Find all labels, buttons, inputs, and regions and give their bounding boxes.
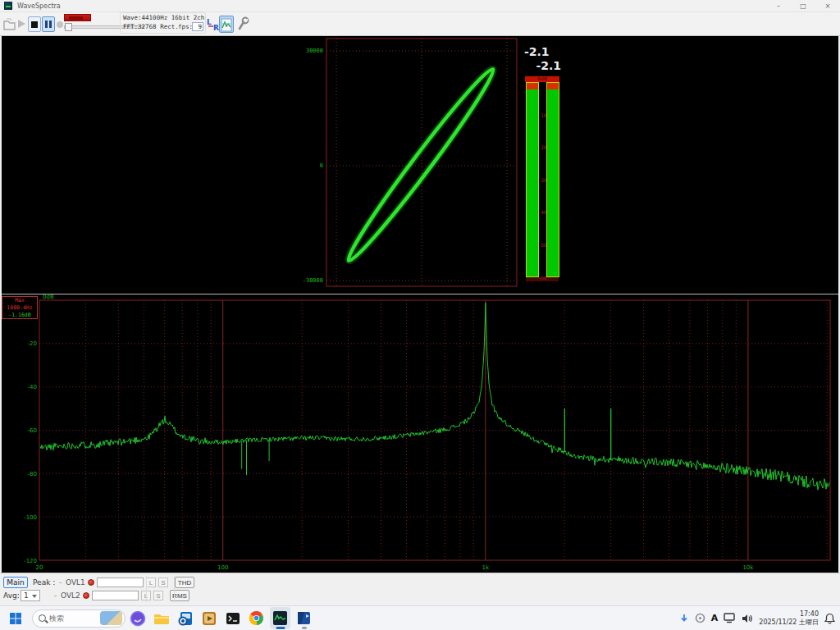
- wavespectra-app-icon: [4, 2, 12, 10]
- taskbar-clock[interactable]: 17:40 2025/11/22 土曜日: [759, 610, 819, 627]
- avg-select[interactable]: 1: [21, 590, 40, 601]
- ovl1-label: OVL1: [66, 578, 85, 587]
- network-icon[interactable]: [724, 613, 736, 623]
- notifications-bell-icon[interactable]: [824, 613, 835, 624]
- channel-lr-button[interactable]: L R: [207, 17, 220, 32]
- max-level: -1.16dB: [2, 312, 37, 319]
- stop-icon: [31, 21, 38, 28]
- meter-clip-indicator: 0dB: [525, 76, 559, 82]
- position-slider-thumb[interactable]: [65, 23, 72, 31]
- ovl2-label: OVL2: [61, 591, 80, 600]
- tray-onedrive-icon[interactable]: [695, 613, 705, 623]
- screen: WaveSpectra – □ × Wave:44100Hz 16bit 2ch…: [0, 0, 840, 630]
- stop-button[interactable]: [28, 16, 41, 32]
- ovl1-field[interactable]: [97, 578, 144, 587]
- windows-logo-icon: [9, 612, 22, 625]
- svg-text:-80: -80: [28, 471, 37, 477]
- volume-icon[interactable]: [742, 614, 753, 623]
- fps-field[interactable]: 9: [192, 22, 203, 31]
- close-button[interactable]: ×: [815, 0, 840, 12]
- clock-date: 2025/11/22 土曜日: [759, 619, 819, 627]
- max-frequency: 1000.4Hz: [2, 304, 37, 312]
- taskbar-wavespectra-icon[interactable]: [270, 607, 290, 629]
- lissajous-ytick: 30000: [292, 48, 323, 54]
- peak-label: Peak :: [33, 578, 59, 587]
- running-app-indicator: [302, 627, 307, 629]
- search-icon: [39, 614, 46, 622]
- tray-chevron-download-icon[interactable]: [679, 614, 689, 623]
- widgets-weather-thumbnail[interactable]: [100, 611, 122, 625]
- meter-tick: -40: [526, 209, 559, 215]
- max-label: Max: [2, 297, 37, 304]
- window-title: WaveSpectra: [17, 2, 61, 10]
- dash-1: -: [59, 578, 66, 587]
- taskbar-movie-app-icon[interactable]: [294, 607, 314, 629]
- display-mode-button[interactable]: [219, 16, 234, 33]
- taskbar-copilot-icon[interactable]: [127, 607, 148, 629]
- meter-tick: -10: [526, 112, 559, 118]
- thd-button[interactable]: THD: [175, 577, 194, 588]
- fft-info: FFT:32768 Rect.: [123, 23, 179, 30]
- maximize-button[interactable]: □: [791, 0, 815, 12]
- start-button[interactable]: [5, 607, 25, 629]
- meter-readout-right: -2.1: [523, 59, 561, 72]
- taskbar-media-player-icon[interactable]: [199, 607, 219, 629]
- meter-tick: -50: [526, 242, 559, 248]
- titlebar: WaveSpectra – □ ×: [0, 0, 840, 12]
- lissajous-ytick: -30000: [292, 277, 323, 284]
- pause-button[interactable]: [42, 16, 55, 32]
- control-bar: Main Peak : - OVL1 L S THD Avg: 1 - OVL2…: [0, 573, 840, 605]
- svg-text:10k: 10k: [742, 564, 754, 571]
- toolbar: Wave:44100Hz 16bit 2ch FFT:32768 Rect. f…: [0, 12, 840, 36]
- max-readout-box: Max 1000.4Hz -1.16dB: [2, 296, 38, 319]
- svg-text:R: R: [213, 24, 219, 32]
- ime-mode-indicator[interactable]: A: [711, 613, 719, 623]
- meter-tick: -20: [526, 144, 559, 150]
- svg-text:-120: -120: [24, 558, 37, 564]
- svg-text:-60: -60: [28, 427, 37, 434]
- pause-icon: [45, 21, 52, 28]
- dash-2: -: [54, 591, 61, 600]
- ovl2-led: [83, 592, 89, 599]
- taskbar-file-explorer-icon[interactable]: [151, 607, 171, 629]
- ovl2-s-button[interactable]: S: [153, 591, 163, 600]
- control-separator-2: [174, 576, 175, 602]
- svg-text:-40: -40: [28, 384, 37, 390]
- active-app-indicator: [276, 627, 285, 629]
- record-button[interactable]: [57, 21, 63, 28]
- meter-tick: -30: [526, 177, 559, 183]
- lissajous-panel: 300000-30000 -2.1 -2.1 0dB -10-20-30-40-…: [0, 36, 840, 294]
- play-button[interactable]: [18, 20, 25, 28]
- ovl2-field[interactable]: [92, 591, 139, 600]
- ovl1-l-button[interactable]: L: [146, 578, 156, 587]
- spectrum-plot: 0dB-20-40-60-80-100-120201001k10k: [0, 294, 840, 573]
- svg-text:100: 100: [217, 564, 228, 571]
- rms-button[interactable]: RMS: [170, 590, 189, 601]
- svg-text:-20: -20: [28, 340, 37, 347]
- main-tab-button[interactable]: Main: [3, 577, 28, 588]
- system-tray: A 17:40 2025/11/22 土曜日: [679, 610, 840, 627]
- ovl1-s-button[interactable]: S: [158, 578, 168, 587]
- svg-text:20: 20: [36, 564, 43, 571]
- taskbar-outlook-icon[interactable]: [175, 607, 195, 629]
- taskbar-terminal-icon[interactable]: [222, 607, 243, 629]
- meter-bottom-strip: [526, 277, 559, 281]
- lissajous-plot: [0, 36, 840, 294]
- svg-text:0dB: 0dB: [43, 294, 54, 300]
- search-input[interactable]: [49, 614, 92, 623]
- record-indicator: [64, 14, 91, 21]
- meter-readout-left: -2.1: [524, 45, 562, 58]
- fps-label: fps:: [178, 23, 193, 30]
- clock-time: 17:40: [759, 610, 819, 619]
- spectrum-display-icon: [220, 17, 233, 33]
- control-separator-1: [146, 576, 147, 602]
- settings-wrench-icon[interactable]: [237, 16, 250, 32]
- avg-label: Avg:: [3, 591, 21, 600]
- minimize-button[interactable]: –: [766, 0, 791, 12]
- taskbar-search[interactable]: [32, 609, 126, 628]
- ovl1-led: [88, 579, 94, 586]
- taskbar-chrome-icon[interactable]: [246, 607, 267, 629]
- lissajous-ytick: 0: [292, 162, 323, 169]
- open-file-icon[interactable]: [3, 17, 16, 31]
- taskbar: A 17:40 2025/11/22 土曜日: [0, 605, 840, 630]
